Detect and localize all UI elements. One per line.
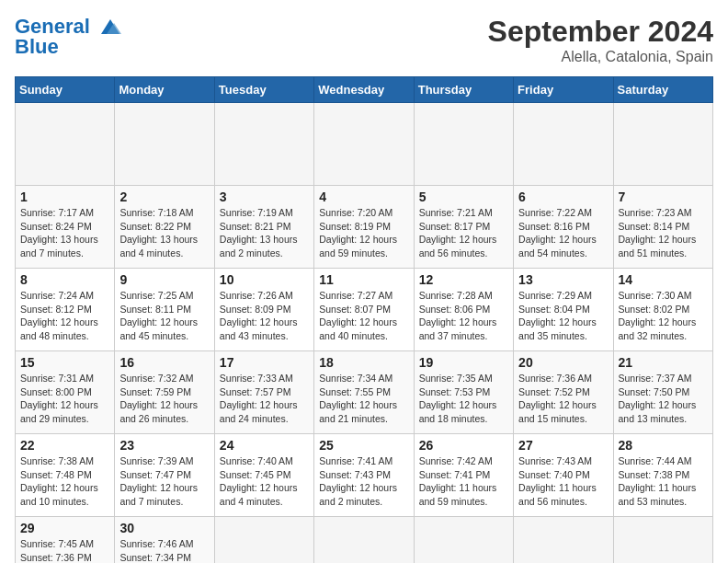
day-info: Sunrise: 7:24 AM Sunset: 8:12 PM Dayligh… <box>20 289 109 343</box>
day-info: Sunrise: 7:26 AM Sunset: 8:09 PM Dayligh… <box>220 289 309 343</box>
day-number: 24 <box>220 438 309 453</box>
day-cell: 11Sunrise: 7:27 AM Sunset: 8:07 PM Dayli… <box>314 269 414 351</box>
day-number: 25 <box>319 438 408 453</box>
day-number: 8 <box>20 272 109 287</box>
day-info: Sunrise: 7:19 AM Sunset: 8:21 PM Dayligh… <box>220 206 309 260</box>
day-info: Sunrise: 7:39 AM Sunset: 7:47 PM Dayligh… <box>119 454 209 509</box>
day-number: 28 <box>619 438 708 453</box>
day-cell: 20Sunrise: 7:36 AM Sunset: 7:52 PM Dayli… <box>514 351 613 434</box>
day-cell: 9Sunrise: 7:25 AM Sunset: 8:11 PM Daylig… <box>115 269 214 351</box>
day-info: Sunrise: 7:29 AM Sunset: 8:04 PM Dayligh… <box>518 289 608 343</box>
day-info: Sunrise: 7:40 AM Sunset: 7:45 PM Dayligh… <box>220 454 309 509</box>
day-info: Sunrise: 7:21 AM Sunset: 8:17 PM Dayligh… <box>419 206 508 260</box>
week-row-3: 15Sunrise: 7:31 AM Sunset: 8:00 PM Dayli… <box>16 351 713 434</box>
day-number: 13 <box>518 272 608 287</box>
logo-icon <box>97 17 123 38</box>
day-info: Sunrise: 7:41 AM Sunset: 7:43 PM Dayligh… <box>319 454 408 509</box>
day-number: 12 <box>419 272 508 287</box>
day-number: 5 <box>419 190 508 204</box>
day-info: Sunrise: 7:46 AM Sunset: 7:34 PM Dayligh… <box>119 537 209 563</box>
col-header-wednesday: Wednesday <box>314 77 414 103</box>
day-info: Sunrise: 7:28 AM Sunset: 8:06 PM Dayligh… <box>419 289 508 343</box>
day-info: Sunrise: 7:37 AM Sunset: 7:50 PM Dayligh… <box>619 372 708 426</box>
day-cell: 2Sunrise: 7:18 AM Sunset: 8:22 PM Daylig… <box>115 186 214 269</box>
col-header-thursday: Thursday <box>414 77 513 103</box>
week-row-0 <box>16 103 713 186</box>
col-header-sunday: Sunday <box>16 77 115 103</box>
day-cell: 26Sunrise: 7:42 AM Sunset: 7:41 PM Dayli… <box>414 434 513 517</box>
day-cell: 21Sunrise: 7:37 AM Sunset: 7:50 PM Dayli… <box>613 351 712 434</box>
day-cell <box>115 103 214 186</box>
col-header-saturday: Saturday <box>613 77 712 103</box>
col-header-friday: Friday <box>514 77 613 103</box>
week-row-1: 1Sunrise: 7:17 AM Sunset: 8:24 PM Daylig… <box>16 186 713 269</box>
day-cell: 30Sunrise: 7:46 AM Sunset: 7:34 PM Dayli… <box>115 517 214 564</box>
location: Alella, Catalonia, Spain <box>488 49 713 65</box>
day-info: Sunrise: 7:31 AM Sunset: 8:00 PM Dayligh… <box>20 372 109 426</box>
day-cell <box>16 103 115 186</box>
col-header-tuesday: Tuesday <box>214 77 313 103</box>
day-number: 10 <box>220 272 309 287</box>
day-info: Sunrise: 7:45 AM Sunset: 7:36 PM Dayligh… <box>20 537 109 563</box>
day-number: 15 <box>20 355 109 370</box>
day-cell: 19Sunrise: 7:35 AM Sunset: 7:53 PM Dayli… <box>414 351 513 434</box>
calendar-header-row: SundayMondayTuesdayWednesdayThursdayFrid… <box>16 77 713 103</box>
day-number: 7 <box>619 190 708 204</box>
day-cell: 17Sunrise: 7:33 AM Sunset: 7:57 PM Dayli… <box>214 351 313 434</box>
day-cell: 28Sunrise: 7:44 AM Sunset: 7:38 PM Dayli… <box>613 434 712 517</box>
day-number: 11 <box>319 272 408 287</box>
logo-subtext: Blue <box>15 35 59 59</box>
day-cell <box>314 103 414 186</box>
logo: General Blue <box>15 15 123 59</box>
day-cell <box>613 517 712 564</box>
day-info: Sunrise: 7:20 AM Sunset: 8:19 PM Dayligh… <box>319 206 408 260</box>
day-cell: 25Sunrise: 7:41 AM Sunset: 7:43 PM Dayli… <box>314 434 414 517</box>
day-number: 21 <box>619 355 708 370</box>
day-cell: 4Sunrise: 7:20 AM Sunset: 8:19 PM Daylig… <box>314 186 414 269</box>
day-info: Sunrise: 7:35 AM Sunset: 7:53 PM Dayligh… <box>419 372 508 426</box>
day-cell: 3Sunrise: 7:19 AM Sunset: 8:21 PM Daylig… <box>214 186 313 269</box>
week-row-5: 29Sunrise: 7:45 AM Sunset: 7:36 PM Dayli… <box>16 517 713 564</box>
day-cell <box>214 103 313 186</box>
day-cell: 29Sunrise: 7:45 AM Sunset: 7:36 PM Dayli… <box>16 517 115 564</box>
day-number: 14 <box>619 272 708 287</box>
day-cell <box>514 517 613 564</box>
day-cell: 12Sunrise: 7:28 AM Sunset: 8:06 PM Dayli… <box>414 269 513 351</box>
day-info: Sunrise: 7:34 AM Sunset: 7:55 PM Dayligh… <box>319 372 408 426</box>
day-cell: 15Sunrise: 7:31 AM Sunset: 8:00 PM Dayli… <box>16 351 115 434</box>
day-number: 29 <box>20 521 109 535</box>
day-info: Sunrise: 7:42 AM Sunset: 7:41 PM Dayligh… <box>419 454 508 509</box>
day-cell <box>214 517 313 564</box>
day-cell <box>414 517 513 564</box>
day-number: 19 <box>419 355 508 370</box>
day-cell: 18Sunrise: 7:34 AM Sunset: 7:55 PM Dayli… <box>314 351 414 434</box>
day-cell: 13Sunrise: 7:29 AM Sunset: 8:04 PM Dayli… <box>514 269 613 351</box>
day-info: Sunrise: 7:17 AM Sunset: 8:24 PM Dayligh… <box>20 206 109 260</box>
day-cell: 5Sunrise: 7:21 AM Sunset: 8:17 PM Daylig… <box>414 186 513 269</box>
col-header-monday: Monday <box>115 77 214 103</box>
day-cell: 10Sunrise: 7:26 AM Sunset: 8:09 PM Dayli… <box>214 269 313 351</box>
day-info: Sunrise: 7:23 AM Sunset: 8:14 PM Dayligh… <box>619 206 708 260</box>
day-number: 30 <box>119 521 209 535</box>
day-cell: 8Sunrise: 7:24 AM Sunset: 8:12 PM Daylig… <box>16 269 115 351</box>
day-cell: 6Sunrise: 7:22 AM Sunset: 8:16 PM Daylig… <box>514 186 613 269</box>
day-info: Sunrise: 7:22 AM Sunset: 8:16 PM Dayligh… <box>518 206 608 260</box>
day-info: Sunrise: 7:32 AM Sunset: 7:59 PM Dayligh… <box>119 372 209 426</box>
day-number: 2 <box>119 190 209 204</box>
calendar-table: SundayMondayTuesdayWednesdayThursdayFrid… <box>15 76 713 563</box>
day-cell <box>414 103 513 186</box>
day-number: 20 <box>518 355 608 370</box>
day-info: Sunrise: 7:43 AM Sunset: 7:40 PM Dayligh… <box>518 454 608 509</box>
day-info: Sunrise: 7:25 AM Sunset: 8:11 PM Dayligh… <box>119 289 209 343</box>
day-cell: 23Sunrise: 7:39 AM Sunset: 7:47 PM Dayli… <box>115 434 214 517</box>
day-cell: 16Sunrise: 7:32 AM Sunset: 7:59 PM Dayli… <box>115 351 214 434</box>
day-number: 17 <box>220 355 309 370</box>
day-number: 6 <box>518 190 608 204</box>
week-row-2: 8Sunrise: 7:24 AM Sunset: 8:12 PM Daylig… <box>16 269 713 351</box>
day-number: 23 <box>119 438 209 453</box>
day-cell: 7Sunrise: 7:23 AM Sunset: 8:14 PM Daylig… <box>613 186 712 269</box>
day-cell: 27Sunrise: 7:43 AM Sunset: 7:40 PM Dayli… <box>514 434 613 517</box>
page-header: General Blue September 2024 Alella, Cata… <box>15 15 713 65</box>
day-info: Sunrise: 7:44 AM Sunset: 7:38 PM Dayligh… <box>619 454 708 509</box>
day-number: 3 <box>220 190 309 204</box>
